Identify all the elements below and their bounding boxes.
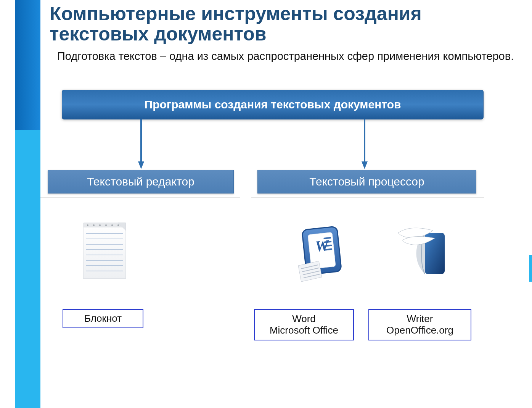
app-label-line: Writer bbox=[407, 313, 433, 325]
right-accent bbox=[529, 255, 532, 282]
svg-point-10 bbox=[111, 224, 113, 226]
app-label-word: Word Microsoft Office bbox=[254, 309, 354, 340]
app-label-line: Блокнот bbox=[84, 313, 122, 324]
app-label-line: Word bbox=[292, 313, 316, 325]
sidebar-accent-light bbox=[15, 130, 40, 408]
sidebar-accent-dark bbox=[15, 0, 40, 130]
slide-lead-text: Подготовка текстов – одна из самых распр… bbox=[57, 50, 519, 63]
svg-point-7 bbox=[93, 224, 95, 226]
svg-marker-1 bbox=[138, 161, 144, 169]
svg-point-11 bbox=[117, 224, 119, 226]
app-label-line: OpenOffice.org bbox=[386, 325, 453, 336]
root-category-box: Программы создания текстовых документов bbox=[62, 90, 484, 119]
divider-under-processor bbox=[251, 197, 484, 198]
arrow-to-editor bbox=[137, 119, 145, 170]
text-processor-box: Текстовый процессор bbox=[257, 170, 476, 194]
slide-title: Компьютерные инструменты создания тексто… bbox=[50, 4, 519, 44]
svg-marker-3 bbox=[362, 161, 368, 169]
svg-point-6 bbox=[87, 224, 88, 226]
svg-text:W: W bbox=[314, 236, 330, 255]
svg-rect-4 bbox=[83, 223, 126, 279]
arrow-to-processor bbox=[361, 119, 368, 170]
svg-point-8 bbox=[99, 224, 101, 226]
notepad-icon bbox=[82, 219, 127, 280]
openoffice-icon bbox=[391, 221, 452, 282]
word-icon: W bbox=[291, 221, 349, 282]
divider-under-editor bbox=[40, 197, 240, 198]
svg-point-9 bbox=[105, 224, 107, 226]
app-label-line: Microsoft Office bbox=[270, 325, 338, 336]
app-label-writer: Writer OpenOffice.org bbox=[368, 309, 471, 340]
text-editor-box: Текстовый редактор bbox=[48, 170, 234, 194]
app-label-notepad: Блокнот bbox=[63, 309, 143, 328]
